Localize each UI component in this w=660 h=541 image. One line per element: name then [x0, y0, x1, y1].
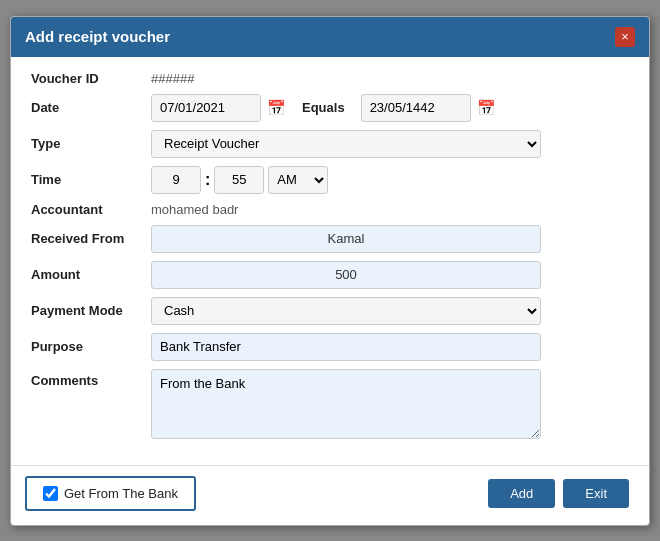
date-group: 📅 Equals 📅: [151, 94, 496, 122]
comments-label: Comments: [31, 369, 151, 388]
modal-footer: Get From The Bank Add Exit: [11, 465, 649, 525]
date-input[interactable]: [151, 94, 261, 122]
payment-mode-label: Payment Mode: [31, 303, 151, 318]
voucher-id-row: Voucher ID ######: [31, 71, 629, 86]
time-minute-input[interactable]: [214, 166, 264, 194]
purpose-input[interactable]: [151, 333, 541, 361]
footer-buttons: Add Exit: [488, 479, 629, 508]
received-from-row: Received From: [31, 225, 629, 253]
time-row: Time : AM PM: [31, 166, 629, 194]
get-from-bank-checkbox[interactable]: [43, 486, 58, 501]
calendar-icon-1[interactable]: 📅: [267, 99, 286, 117]
received-from-input[interactable]: [151, 225, 541, 253]
comments-row: Comments From the Bank: [31, 369, 629, 439]
voucher-id-value: ######: [151, 71, 194, 86]
payment-mode-row: Payment Mode Cash Cheque Bank Transfer: [31, 297, 629, 325]
type-row: Type Receipt Voucher Payment Voucher: [31, 130, 629, 158]
amount-row: Amount: [31, 261, 629, 289]
amount-label: Amount: [31, 267, 151, 282]
add-button[interactable]: Add: [488, 479, 555, 508]
modal-title: Add receipt voucher: [25, 28, 170, 45]
type-label: Type: [31, 136, 151, 151]
equals-label: Equals: [302, 100, 345, 115]
purpose-label: Purpose: [31, 339, 151, 354]
date-row: Date 📅 Equals 📅: [31, 94, 629, 122]
close-button[interactable]: ×: [615, 27, 635, 47]
time-group: : AM PM: [151, 166, 328, 194]
get-from-bank-label: Get From The Bank: [64, 486, 178, 501]
received-from-label: Received From: [31, 231, 151, 246]
add-receipt-voucher-modal: Add receipt voucher × Voucher ID ###### …: [10, 16, 650, 526]
time-hour-input[interactable]: [151, 166, 201, 194]
exit-button[interactable]: Exit: [563, 479, 629, 508]
date-label: Date: [31, 100, 151, 115]
purpose-row: Purpose: [31, 333, 629, 361]
calendar-icon-2[interactable]: 📅: [477, 99, 496, 117]
type-select[interactable]: Receipt Voucher Payment Voucher: [151, 130, 541, 158]
get-from-bank-area: Get From The Bank: [25, 476, 196, 511]
amount-input[interactable]: [151, 261, 541, 289]
comments-textarea[interactable]: From the Bank: [151, 369, 541, 439]
accountant-value: mohamed badr: [151, 202, 238, 217]
ampm-select[interactable]: AM PM: [268, 166, 328, 194]
hijri-date-input[interactable]: [361, 94, 471, 122]
modal-header: Add receipt voucher ×: [11, 17, 649, 57]
accountant-label: Accountant: [31, 202, 151, 217]
time-separator: :: [205, 171, 210, 189]
voucher-id-label: Voucher ID: [31, 71, 151, 86]
payment-mode-select[interactable]: Cash Cheque Bank Transfer: [151, 297, 541, 325]
modal-body: Voucher ID ###### Date 📅 Equals 📅 Type R…: [11, 57, 649, 457]
time-label: Time: [31, 172, 151, 187]
accountant-row: Accountant mohamed badr: [31, 202, 629, 217]
